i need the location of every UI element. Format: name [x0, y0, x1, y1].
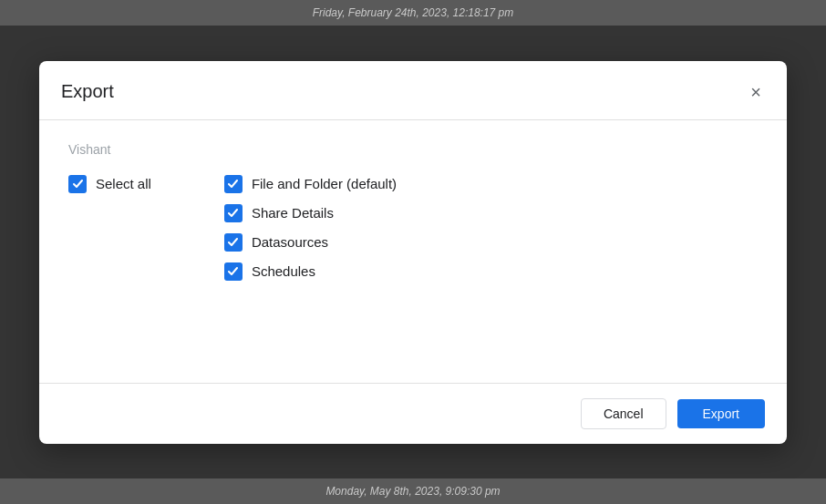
modal-footer: Cancel Export: [39, 383, 787, 444]
left-column: Select all: [68, 175, 151, 193]
checkbox-box-select-all: [68, 175, 87, 193]
bottom-bar-text: Monday, May 8th, 2023, 9:09:30 pm: [325, 485, 500, 498]
checkbox-share-details[interactable]: Share Details: [224, 204, 397, 222]
options-row: Select all File and Folder (default): [68, 175, 758, 281]
share-details-label: Share Details: [252, 205, 334, 221]
datasources-label: Datasources: [252, 234, 328, 250]
close-icon: ×: [750, 83, 761, 101]
cancel-button[interactable]: Cancel: [581, 398, 666, 429]
schedules-label: Schedules: [252, 263, 315, 279]
modal-title: Export: [61, 81, 114, 102]
modal-overlay: Export × Vishant Select all: [0, 26, 826, 478]
bottom-bar: Monday, May 8th, 2023, 9:09:30 pm: [0, 478, 826, 504]
export-modal: Export × Vishant Select all: [39, 61, 787, 444]
modal-body: Vishant Select all: [39, 120, 787, 383]
file-folder-label: File and Folder (default): [252, 176, 397, 191]
select-all-label: Select all: [96, 176, 151, 191]
export-label: Export: [703, 406, 739, 421]
checkbox-select-all[interactable]: Select all: [68, 175, 151, 193]
modal-header: Export ×: [39, 61, 787, 120]
checkbox-datasources[interactable]: Datasources: [224, 233, 397, 252]
checkbox-file-folder[interactable]: File and Folder (default): [224, 175, 397, 193]
top-bar-text: Friday, February 24th, 2023, 12:18:17 pm: [313, 6, 514, 19]
checkbox-box-datasources: [224, 233, 243, 252]
checkbox-box-file-folder: [224, 175, 243, 193]
section-label: Vishant: [68, 142, 758, 157]
right-column: File and Folder (default) Share Details: [224, 175, 397, 281]
checkbox-box-schedules: [224, 262, 243, 281]
top-bar: Friday, February 24th, 2023, 12:18:17 pm: [0, 0, 826, 26]
export-button[interactable]: Export: [677, 399, 765, 428]
checkbox-box-share-details: [224, 204, 243, 222]
cancel-label: Cancel: [604, 406, 644, 421]
checkbox-schedules[interactable]: Schedules: [224, 262, 397, 281]
close-button[interactable]: ×: [747, 79, 765, 105]
